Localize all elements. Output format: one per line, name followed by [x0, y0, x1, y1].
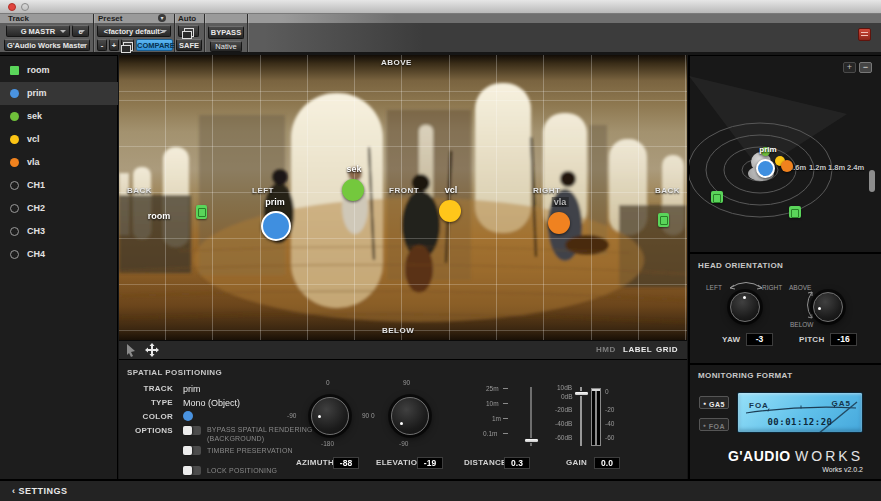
object-label-prim: prim: [265, 197, 285, 207]
radar-zoom-in-button[interactable]: +: [843, 62, 856, 73]
room-speaker-marker[interactable]: [196, 205, 207, 219]
bypass-rendering-toggle[interactable]: [183, 426, 201, 435]
sidebar-item-sek[interactable]: sek: [0, 105, 118, 128]
panorama-viewport[interactable]: ABOVE BELOW BACK LEFT FRONT RIGHT BACK r…: [119, 55, 687, 340]
pointer-tool-icon[interactable]: [126, 344, 137, 357]
close-window-icon[interactable]: [8, 3, 16, 11]
room-speaker-marker[interactable]: [658, 213, 669, 227]
grid-toggle[interactable]: GRID: [656, 345, 678, 354]
elevation-knob[interactable]: [391, 397, 429, 435]
gain-scale-m60db: -60dB: [555, 434, 572, 441]
meter-scale-m40: -40: [605, 420, 614, 427]
ring-distance-label: 2.4m: [847, 163, 864, 172]
native-button-label: Native: [215, 42, 236, 51]
direction-label-left: LEFT: [252, 186, 274, 195]
foa-format-button[interactable]: ● FOA: [699, 418, 729, 431]
radar-scrollbar[interactable]: [869, 170, 875, 192]
radar-object-vla[interactable]: [781, 160, 793, 172]
radar-room-speaker[interactable]: [789, 206, 801, 218]
automation-button[interactable]: [178, 25, 199, 37]
sidebar-item-vla[interactable]: vla: [0, 151, 118, 174]
color-swatch[interactable]: [183, 411, 193, 421]
red-indicator-icon[interactable]: [858, 28, 871, 41]
monitoring-format-title: MONITORING FORMAT: [698, 371, 793, 380]
track-section-label: Track: [8, 14, 29, 23]
gain-value: 0.0: [601, 458, 613, 468]
direction-label-back-left: BACK: [127, 186, 152, 195]
gain-slider-handle[interactable]: [574, 391, 589, 396]
object-vla[interactable]: [548, 212, 570, 234]
yaw-knob[interactable]: [730, 292, 760, 322]
pitch-value: -16: [837, 334, 849, 344]
hmd-toggle[interactable]: HMD: [596, 345, 616, 354]
gain-value-field[interactable]: 0.0: [594, 457, 620, 469]
pitch-value-field[interactable]: -16: [830, 333, 857, 346]
safe-button[interactable]: SAFE: [176, 39, 202, 51]
lock-positioning-toggle[interactable]: [183, 466, 201, 475]
compare-button-label: COMPARE: [137, 41, 175, 50]
meter-scale-m60: -60: [605, 434, 614, 441]
compare-button[interactable]: COMPARE: [136, 39, 173, 51]
sidebar-item-label: vcl: [27, 134, 40, 144]
lcd-needle-icon: [738, 393, 863, 433]
preset-next-button[interactable]: +: [109, 39, 119, 51]
format-meter-display: FOA GA5 00:01:12:20: [737, 392, 863, 433]
object-sek[interactable]: [342, 179, 364, 201]
ga5-button-label: GA5: [709, 401, 725, 408]
azimuth-value-field[interactable]: -88: [333, 457, 359, 469]
move-tool-icon[interactable]: [145, 343, 159, 357]
distance-slider-handle[interactable]: [524, 438, 539, 443]
object-prim[interactable]: [261, 211, 291, 241]
direction-label-above: ABOVE: [381, 58, 412, 67]
preset-prev-button[interactable]: -: [97, 39, 107, 51]
automation-icon: [184, 28, 194, 37]
gain-label: GAIN: [566, 458, 587, 467]
preset-dropdown[interactable]: <factory default>: [97, 25, 171, 37]
elevation-value-field[interactable]: -19: [417, 457, 443, 469]
preset-save-button[interactable]: [121, 39, 134, 51]
settings-button[interactable]: ‹ SETTINGS: [12, 486, 68, 496]
pitch-knob[interactable]: [813, 292, 843, 322]
sidebar-item-ch1[interactable]: CH1: [0, 174, 118, 197]
bypass-rendering-label: BYPASS SPATIAL RENDERING: [207, 426, 313, 433]
elevation-tick-bottom: -90: [399, 440, 408, 447]
track-selector-value: G MASTR: [21, 27, 56, 36]
distance-value-field[interactable]: 0.3: [504, 457, 530, 469]
sidebar-item-ch2[interactable]: CH2: [0, 197, 118, 220]
label-toggle[interactable]: LABEL: [623, 345, 652, 354]
object-vcl[interactable]: [439, 200, 461, 222]
pitch-below-label: BELOW: [790, 321, 813, 328]
radar-zoom-out-button[interactable]: −: [859, 62, 872, 73]
bypass-rendering-label2: (BACKGROUND): [207, 435, 264, 442]
preset-menu-chevron-icon[interactable]: ▾: [158, 14, 166, 22]
panorama-grid-overlay: [119, 55, 687, 340]
sidebar-item-prim[interactable]: prim: [0, 82, 118, 105]
radar-object-prim[interactable]: [756, 159, 775, 178]
distance-value: 0.3: [511, 458, 523, 468]
plugin-name-dropdown[interactable]: G'Audio Works Master: [4, 39, 90, 51]
version-label: Works v2.0.2: [822, 466, 863, 473]
native-button[interactable]: Native: [210, 41, 242, 52]
bypass-button[interactable]: BYPASS: [208, 26, 244, 39]
preset-prev-label: -: [101, 41, 104, 50]
edit-button[interactable]: e: [72, 25, 89, 37]
radar-top-view[interactable]: [689, 56, 879, 252]
sidebar-item-room[interactable]: room: [0, 59, 118, 82]
distance-label: DISTANCE: [464, 458, 507, 467]
track-selector-dropdown[interactable]: G MASTR: [6, 25, 70, 37]
ga5-format-button[interactable]: ● GA5: [699, 396, 729, 409]
prim-color-swatch: [10, 89, 19, 98]
sidebar-item-vcl[interactable]: vcl: [0, 128, 118, 151]
gain-scale-10db: 10dB: [557, 384, 572, 391]
sidebar-item-ch4[interactable]: CH4: [0, 243, 118, 266]
azimuth-knob[interactable]: [311, 397, 349, 435]
timbre-preservation-toggle[interactable]: [183, 446, 201, 455]
azimuth-value: -88: [340, 458, 352, 468]
minimize-window-icon[interactable]: [21, 3, 29, 11]
ring-distance-label: 1.8m: [828, 163, 845, 172]
gaudio-works-plugin-window: Track Preset ▾ Auto G MASTR e G'Audio Wo…: [0, 0, 881, 501]
object-label-vla: vla: [552, 197, 569, 207]
sidebar-item-ch3[interactable]: CH3: [0, 220, 118, 243]
radar-room-speaker[interactable]: [711, 191, 723, 203]
yaw-value-field[interactable]: -3: [746, 333, 773, 346]
